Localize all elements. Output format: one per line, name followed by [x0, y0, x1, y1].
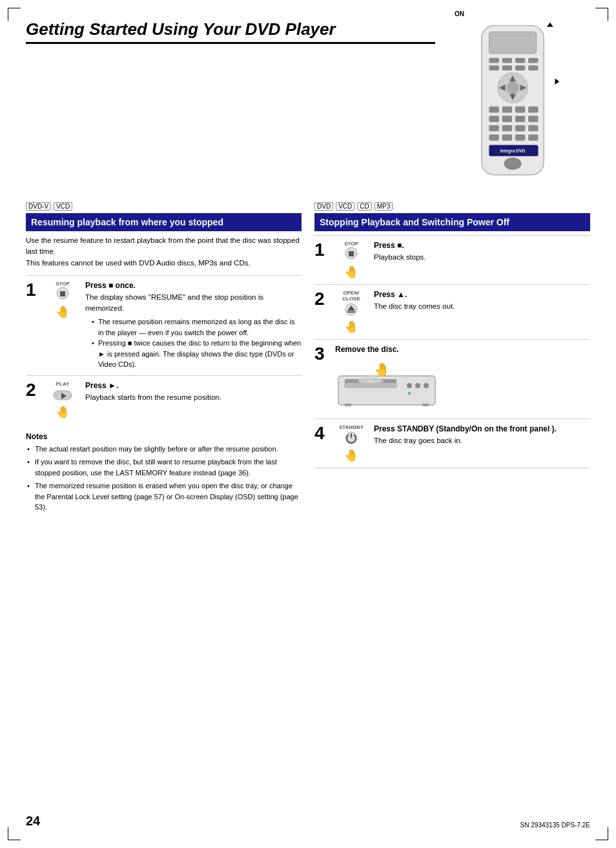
disc-type-dvdv: DVD-V [26, 202, 51, 211]
left-intro-text-1: Use the resume feature to restart playba… [26, 235, 302, 269]
note-3: The memorized resume position is erased … [26, 481, 302, 513]
left-step-1-num: 1 [26, 281, 40, 299]
svg-rect-6 [489, 65, 498, 70]
svg-rect-28 [489, 134, 498, 141]
right-step-1-desc: Playback stops. [374, 252, 590, 263]
svg-rect-56 [422, 404, 429, 406]
right-step-2-title: Press ▲. [374, 290, 590, 299]
stop-label-right: STOP [344, 241, 358, 247]
eject-button: OPEN/CLOSE 🤚 [342, 290, 360, 334]
svg-point-34 [504, 158, 522, 170]
svg-rect-20 [489, 116, 498, 122]
right-step-2-num: 2 [314, 290, 329, 308]
right-step-2-content: Press ▲. The disc tray comes out. [374, 290, 590, 312]
left-step-2-content: Press ►. Playback starts from the resume… [85, 381, 302, 403]
left-column: DVD-V VCD Resuming playback from where y… [26, 202, 302, 515]
svg-rect-22 [515, 116, 525, 122]
right-step-4: 4 STANDBY 🤚 [314, 419, 590, 468]
right-step-1-num: 1 [314, 241, 329, 259]
svg-rect-16 [489, 107, 498, 113]
svg-rect-4 [515, 58, 525, 63]
page-title: Getting Started Using Your DVD Player [26, 19, 435, 44]
left-step-1-content: Press ■ once. The display shows "RESUME"… [85, 281, 302, 370]
disc-type-dvd: DVD [314, 202, 333, 211]
on-label: ON [455, 10, 464, 17]
svg-point-54 [408, 392, 411, 395]
svg-rect-1 [489, 32, 536, 54]
hand-icon-2: 🤚 [56, 405, 70, 419]
svg-rect-42 [349, 251, 354, 256]
right-step-4-desc: The disc tray goes back in. [374, 435, 590, 446]
right-step-1-content: Press ■. Playback stops. [374, 241, 590, 263]
svg-rect-2 [489, 58, 498, 63]
svg-rect-17 [502, 107, 512, 113]
svg-rect-8 [515, 65, 525, 70]
svg-point-51 [407, 383, 412, 388]
right-step-3-content: Remove the disc. [335, 345, 590, 413]
right-step-1-title: Press ■. [374, 241, 590, 250]
svg-marker-35 [555, 78, 559, 85]
disc-type-mp3: MP3 [375, 202, 393, 211]
right-disc-types: DVD VCD CD MP3 [314, 202, 590, 211]
play-label-1: PLAY [56, 381, 70, 387]
remote-control-svg: Integra DVD [448, 19, 577, 187]
svg-point-11 [506, 81, 518, 94]
standby-btn-svg [342, 430, 360, 448]
right-step-4-title: Press STANDBY (Standby/On on the front p… [374, 424, 590, 433]
notes-title: Notes [26, 432, 302, 441]
svg-rect-26 [515, 125, 525, 132]
left-disc-types: DVD-V VCD [26, 202, 302, 211]
right-section-header: Stopping Playback and Switching Power Of… [314, 213, 590, 231]
svg-rect-55 [345, 404, 351, 406]
svg-rect-23 [528, 116, 538, 122]
svg-rect-29 [502, 134, 512, 141]
stop-button-right: STOP 🤚 [342, 241, 360, 279]
dvd-player-illustration: 🤚 [335, 360, 438, 411]
right-step-2: 2 OPEN/CLOSE 🤚 Pres [314, 285, 590, 340]
right-step-3-num: 3 [314, 345, 329, 363]
right-step-1-icon: STOP 🤚 [335, 241, 367, 279]
svg-point-50 [367, 380, 374, 382]
bullet-1-1: The resume position remains memorized as… [92, 316, 302, 338]
play-button-1: PLAY 🤚 [52, 381, 73, 419]
bullet-1-2: Pressing ■ twice causes the disc to retu… [92, 338, 302, 370]
standby-button: STANDBY 🤚 [339, 424, 364, 462]
right-step-3-title: Remove the disc. [335, 345, 590, 354]
note-1: The actual restart position may be sligh… [26, 444, 302, 455]
serial-number: SN 29343135 DPS-7.2E [520, 822, 590, 829]
note-2: If you want to remove the disc, but stil… [26, 457, 302, 478]
hand-icon-right-1: 🤚 [344, 265, 358, 279]
header-area: Getting Started Using Your DVD Player ON [26, 19, 590, 189]
left-step-2-desc: Playback starts from the resume position… [85, 392, 302, 403]
right-column: DVD VCD CD MP3 Stopping Playback and Swi… [314, 202, 590, 515]
right-step-1: 1 STOP 🤚 Press ■. Playba [314, 236, 590, 285]
hand-icon-right-2: 🤚 [344, 320, 358, 334]
svg-text:Integra DVD: Integra DVD [500, 149, 526, 154]
right-step-4-icon: STANDBY 🤚 [335, 424, 367, 462]
svg-rect-30 [515, 134, 525, 141]
svg-rect-25 [502, 125, 512, 132]
svg-rect-18 [515, 107, 525, 113]
notes-section: Notes The actual restart position may be… [26, 432, 302, 513]
two-column-layout: DVD-V VCD Resuming playback from where y… [26, 202, 590, 515]
left-section-header: Resuming playback from where you stopped [26, 213, 302, 231]
right-steps-container: 1 STOP 🤚 Press ■. Playba [314, 235, 590, 468]
svg-text:🤚: 🤚 [374, 362, 390, 377]
play-btn-svg-1 [52, 387, 73, 405]
svg-rect-24 [489, 125, 498, 132]
stop-label-1: STOP [56, 281, 70, 287]
disc-type-cd: CD [357, 202, 371, 211]
left-step-2-icon: PLAY 🤚 [46, 381, 79, 419]
svg-point-53 [424, 383, 429, 388]
svg-rect-31 [528, 134, 538, 141]
svg-rect-7 [502, 65, 512, 70]
svg-rect-38 [60, 291, 65, 296]
hand-icon-right-4: 🤚 [344, 448, 358, 462]
disc-type-vcd-right: VCD [336, 202, 354, 211]
left-step-2-num: 2 [26, 381, 40, 399]
svg-rect-21 [502, 116, 512, 122]
left-step-2: 2 PLAY 🤚 Press ►. Playback starts from t… [26, 375, 302, 424]
svg-rect-9 [528, 65, 538, 70]
page-number: 24 [26, 814, 40, 829]
svg-marker-36 [547, 23, 553, 27]
